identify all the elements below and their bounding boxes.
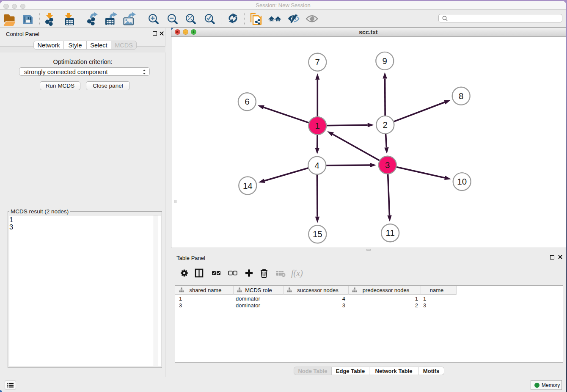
svg-text:8: 8	[459, 91, 463, 101]
svg-text:1: 1	[315, 121, 320, 130]
svg-text:7: 7	[315, 57, 320, 67]
svg-text:9: 9	[383, 56, 387, 66]
svg-text:15: 15	[313, 229, 322, 239]
svg-text:4: 4	[315, 160, 319, 170]
svg-text:14: 14	[243, 181, 253, 190]
svg-text:6: 6	[245, 97, 249, 106]
svg-text:10: 10	[457, 177, 467, 186]
svg-text:3: 3	[385, 160, 390, 170]
svg-text:f(x): f(x)	[291, 268, 303, 278]
svg-text:2: 2	[383, 120, 388, 130]
svg-text:11: 11	[386, 228, 395, 237]
